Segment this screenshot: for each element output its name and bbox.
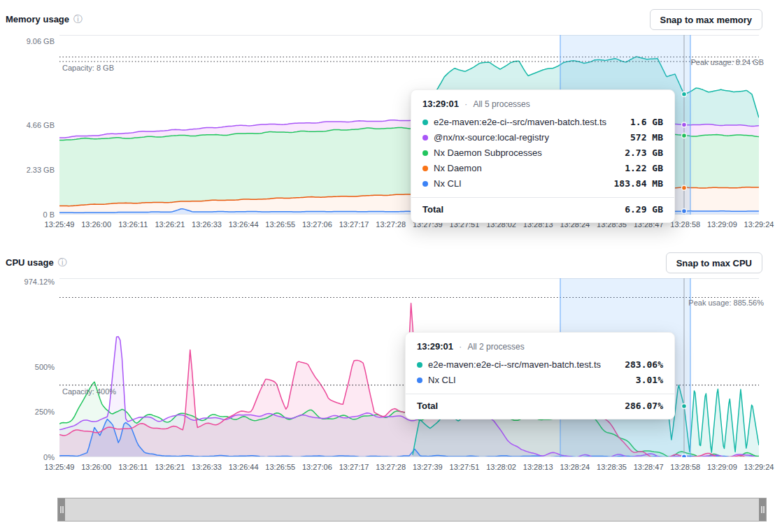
process-value: 183.84 MB (614, 178, 663, 189)
hover-dot (682, 454, 687, 457)
tooltip-subtitle: All 2 processes (467, 342, 524, 352)
y-axis-tick: 2.33 GB (4, 166, 55, 174)
x-axis-tick: 13:26:11 (118, 220, 148, 229)
process-value: 572 MB (630, 132, 663, 143)
process-value: 1.22 GB (625, 163, 663, 174)
x-axis-tick: 13:26:33 (192, 220, 222, 229)
tooltip-row: e2e-maven:e2e-ci--src/maven-batch.test.t… (406, 357, 674, 373)
series-color-dot (422, 135, 428, 141)
x-axis-tick: 13:25:49 (45, 463, 75, 471)
process-name: Nx Daemon Subprocesses (434, 148, 619, 159)
brush-selection[interactable] (65, 498, 759, 521)
hover-dot (682, 92, 687, 96)
tooltip-row: Nx CLI183.84 MB (411, 176, 674, 192)
x-axis-tick: 13:29:24 (744, 220, 774, 229)
info-icon[interactable]: ⓘ (58, 258, 67, 267)
tooltip-subtitle: All 5 processes (473, 99, 529, 109)
cpu-usage-title: CPU usage ⓘ (6, 257, 67, 268)
peak-label: Peak usage: 8.24 GB (690, 58, 764, 66)
brush-handle-left[interactable] (58, 498, 65, 521)
tooltip-time: 13:29:01 (417, 341, 453, 352)
tooltip-row: Nx Daemon1.22 GB (411, 161, 674, 176)
tooltip-total-row: Total 6.29 GB (411, 197, 674, 222)
hover-dot (682, 134, 687, 138)
series-color-dot (417, 362, 422, 368)
x-axis-tick: 13:27:06 (302, 220, 332, 229)
hover-dot (682, 122, 687, 127)
series-color-dot (422, 120, 428, 125)
x-axis-tick: 13:26:11 (118, 463, 148, 471)
x-axis-tick: 13:28:58 (670, 463, 700, 471)
process-name: e2e-maven:e2e-ci--src/maven-batch.test.t… (434, 117, 625, 128)
snap-to-max-cpu-button[interactable]: Snap to max CPU (666, 252, 762, 273)
memory-tooltip: 13:29:01 · All 5 processes e2e-maven:e2e… (411, 89, 675, 223)
tooltip-rows: e2e-maven:e2e-ci--src/maven-batch.test.t… (411, 115, 674, 192)
x-axis-tick: 13:27:17 (339, 463, 369, 471)
x-axis-tick: 13:27:28 (376, 463, 406, 471)
x-axis-tick: 13:26:55 (265, 220, 295, 229)
x-axis-tick: 13:28:35 (597, 463, 627, 471)
x-axis-tick: 13:27:39 (413, 463, 443, 471)
x-axis-tick: 13:27:06 (302, 463, 332, 471)
x-axis-tick: 13:28:13 (523, 463, 553, 471)
tooltip-total-label: Total (417, 401, 438, 411)
snap-to-max-memory-button[interactable]: Snap to max memory (650, 9, 763, 30)
hover-dot (682, 404, 687, 409)
tooltip-header: 13:29:01 · All 5 processes (411, 90, 674, 115)
x-axis-tick: 13:26:55 (265, 463, 295, 471)
series-color-dot (422, 150, 428, 156)
tooltip-separator: · (464, 99, 467, 109)
peak-label: Peak usage: 885.56% (688, 299, 764, 307)
process-name: @nx/nx-source:local-registry (434, 132, 625, 143)
x-axis-tick: 13:26:33 (192, 463, 222, 471)
y-axis-tick: 974.12% (4, 278, 55, 286)
tooltip-total-label: Total (422, 204, 443, 215)
series-color-dot (417, 378, 422, 383)
cpu-tooltip: 13:29:01 · All 2 processes e2e-maven:e2e… (405, 332, 675, 419)
capacity-label: Capacity: 400% (62, 387, 116, 396)
x-axis-tick: 13:29:09 (707, 220, 737, 229)
y-axis-tick: 9.06 GB (4, 37, 55, 45)
y-axis-tick: 4.66 GB (4, 121, 55, 129)
x-axis-tick: 13:27:51 (450, 463, 480, 471)
tooltip-separator: · (459, 341, 462, 352)
x-axis-tick: 13:26:21 (155, 463, 185, 471)
process-name: Nx Daemon (434, 163, 619, 174)
tooltip-rows: e2e-maven:e2e-ci--src/maven-batch.test.t… (406, 357, 674, 388)
x-axis-tick: 13:28:02 (486, 463, 516, 471)
x-axis-tick: 13:29:24 (744, 463, 774, 471)
y-axis-tick: 500% (4, 363, 55, 371)
hover-dot (682, 185, 687, 190)
memory-usage-title-text: Memory usage (6, 14, 69, 24)
x-axis-tick: 13:27:28 (376, 220, 406, 229)
x-axis-tick: 13:26:21 (155, 220, 185, 229)
process-name: Nx CLI (434, 178, 609, 189)
tooltip-total-value: 6.29 GB (625, 204, 663, 215)
tooltip-time: 13:29:01 (422, 99, 459, 109)
process-name: Nx CLI (428, 375, 630, 386)
brush-handle-right[interactable] (759, 498, 766, 521)
series-color-dot (422, 166, 428, 171)
hover-dot (682, 209, 687, 214)
tooltip-row: Nx CLI3.01% (406, 373, 674, 388)
x-axis-tick: 13:28:47 (634, 463, 664, 471)
brush-grip-icon (60, 506, 62, 513)
tooltip-row: @nx/nx-source:local-registry572 MB (411, 130, 674, 145)
x-axis-tick: 13:26:44 (229, 463, 259, 471)
cpu-usage-title-text: CPU usage (6, 257, 54, 268)
x-axis-tick: 13:26:00 (81, 463, 111, 471)
process-value: 2.73 GB (625, 148, 663, 159)
x-axis-tick: 13:28:58 (670, 220, 700, 229)
process-value: 1.6 GB (630, 117, 663, 128)
timeline-brush[interactable] (57, 498, 767, 522)
process-value: 3.01% (636, 375, 663, 386)
tooltip-row: e2e-maven:e2e-ci--src/maven-batch.test.t… (411, 115, 674, 130)
y-axis-tick: 0 B (4, 210, 55, 219)
x-axis-tick: 13:28:24 (560, 463, 590, 471)
tooltip-row: Nx Daemon Subprocesses2.73 GB (411, 145, 674, 161)
process-value: 283.06% (625, 359, 663, 371)
x-axis-tick: 13:26:00 (81, 220, 111, 229)
capacity-label: Capacity: 8 GB (62, 64, 114, 72)
info-icon[interactable]: ⓘ (73, 15, 83, 24)
y-axis-tick: 0% (4, 453, 55, 461)
